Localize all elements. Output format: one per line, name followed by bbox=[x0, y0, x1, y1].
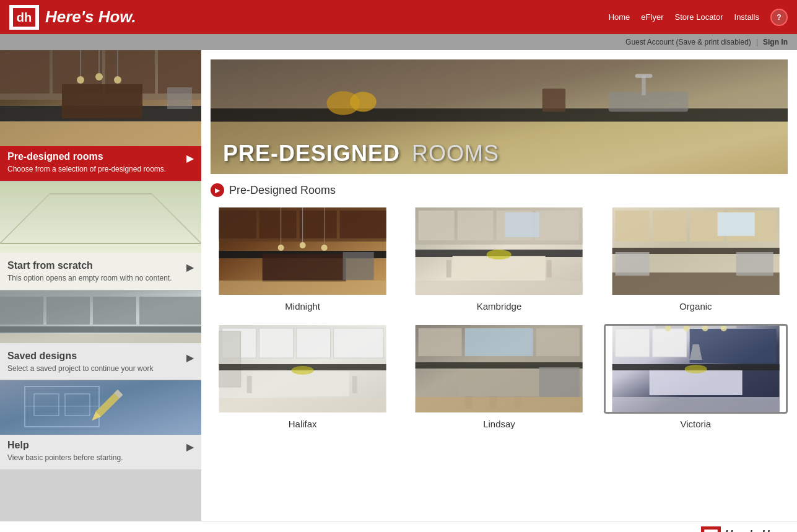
saved-arrow: ▶ bbox=[186, 352, 194, 364]
svg-rect-114 bbox=[652, 329, 686, 357]
svg-point-123 bbox=[684, 365, 707, 373]
svg-rect-98 bbox=[352, 376, 357, 393]
svg-rect-25 bbox=[0, 297, 43, 325]
svg-rect-106 bbox=[459, 368, 539, 396]
logo-box: dh bbox=[9, 5, 39, 30]
guest-account-label: Guest Account (Save & print disabled) bbox=[625, 38, 751, 46]
nav-eflyer[interactable]: eFlyer bbox=[641, 12, 663, 22]
svg-rect-53 bbox=[219, 211, 256, 238]
question-icon: ? bbox=[775, 13, 783, 22]
organic-svg bbox=[605, 207, 786, 296]
svg-rect-73 bbox=[505, 212, 539, 237]
predesigned-desc: Choose from a selection of pre-designed … bbox=[7, 164, 186, 175]
hero-title-thin: ROOMS bbox=[412, 141, 499, 166]
room-card-organic[interactable]: Organic bbox=[604, 206, 788, 312]
svg-rect-115 bbox=[689, 329, 776, 363]
predesigned-title: Pre-designed rooms bbox=[7, 151, 186, 162]
svg-rect-93 bbox=[334, 328, 383, 358]
footer-brand-label: Here's How. bbox=[725, 528, 788, 532]
svg-rect-69 bbox=[419, 211, 455, 240]
halifax-name: Halifax bbox=[289, 419, 317, 429]
help-content: Help View basic pointers before starting… bbox=[7, 440, 186, 463]
sidebar-card-predesigned[interactable]: Pre-designed rooms Choose from a selecti… bbox=[0, 50, 201, 181]
section-arrow-icon: ▶ bbox=[211, 183, 224, 197]
lindsay-image bbox=[407, 324, 591, 414]
svg-rect-65 bbox=[343, 252, 374, 280]
svg-rect-76 bbox=[547, 260, 552, 277]
svg-rect-19 bbox=[0, 181, 201, 253]
svg-rect-91 bbox=[259, 328, 294, 358]
svg-rect-86 bbox=[612, 273, 779, 296]
nav-home[interactable]: Home bbox=[609, 12, 630, 22]
svg-rect-9 bbox=[158, 50, 201, 94]
sign-in-button[interactable]: Sign In bbox=[763, 38, 788, 46]
victoria-svg bbox=[606, 326, 786, 414]
sidebar-card-scratch[interactable]: Start from scratch This option opens an … bbox=[0, 181, 201, 290]
room-card-lindsay[interactable]: Lindsay bbox=[407, 324, 591, 429]
svg-point-14 bbox=[77, 76, 84, 84]
scratch-arrow: ▶ bbox=[186, 261, 194, 273]
footer-logo: dh Here's How. bbox=[701, 526, 788, 532]
svg-rect-88 bbox=[736, 252, 773, 276]
svg-rect-94 bbox=[219, 331, 241, 387]
hero-title-bold: PRE-DESIGNED bbox=[223, 141, 400, 166]
room-card-halifax[interactable]: Halifax bbox=[211, 324, 394, 429]
svg-rect-55 bbox=[300, 211, 337, 238]
header-icon: ? bbox=[770, 9, 788, 26]
svg-point-78 bbox=[487, 250, 512, 259]
pipe-divider: | bbox=[756, 38, 758, 46]
hero-banner: PRE-DESIGNED ROOMS bbox=[211, 59, 788, 174]
footer-brand-text: Here's How. bbox=[725, 528, 788, 532]
nav-store-locator[interactable]: Store Locator bbox=[674, 12, 723, 22]
saved-desc: Select a saved project to continue your … bbox=[7, 364, 186, 374]
sidebar-card-help[interactable]: Help View basic pointers before starting… bbox=[0, 380, 201, 469]
svg-rect-102 bbox=[465, 328, 533, 356]
svg-rect-77 bbox=[416, 281, 583, 296]
svg-text:dh: dh bbox=[17, 11, 32, 24]
main-layout: Pre-designed rooms Choose from a selecti… bbox=[0, 50, 797, 521]
scratch-image bbox=[0, 181, 201, 255]
svg-rect-41 bbox=[211, 108, 788, 121]
svg-rect-58 bbox=[219, 281, 386, 296]
svg-rect-57 bbox=[263, 254, 346, 282]
logo-icon: dh bbox=[13, 8, 35, 27]
midnight-svg bbox=[212, 207, 393, 296]
svg-rect-43 bbox=[609, 92, 689, 111]
svg-point-99 bbox=[292, 366, 314, 375]
sidebar-card-saved[interactable]: Saved designs Select a saved project to … bbox=[0, 290, 201, 380]
svg-point-62 bbox=[300, 242, 306, 248]
svg-rect-28 bbox=[139, 297, 183, 325]
room-card-midnight[interactable]: Midnight bbox=[211, 206, 394, 312]
svg-rect-12 bbox=[167, 87, 192, 109]
main-content: PRE-DESIGNED ROOMS ▶ Pre-Designed Rooms bbox=[201, 50, 797, 521]
room-grid: Midnight bbox=[211, 206, 788, 429]
svg-point-47 bbox=[350, 92, 377, 111]
scratch-svg bbox=[0, 181, 201, 253]
sidebar: Pre-designed rooms Choose from a selecti… bbox=[0, 50, 201, 521]
nav-installs[interactable]: Installs bbox=[734, 12, 759, 22]
svg-rect-6 bbox=[0, 50, 50, 94]
room-card-victoria[interactable]: Victoria bbox=[604, 324, 788, 429]
svg-rect-104 bbox=[536, 328, 580, 356]
help-title: Help bbox=[7, 440, 186, 451]
saved-svg bbox=[0, 290, 201, 343]
svg-rect-29 bbox=[183, 297, 201, 325]
saved-image bbox=[0, 290, 201, 346]
svg-point-18 bbox=[114, 76, 121, 84]
svg-rect-54 bbox=[259, 211, 297, 238]
svg-rect-117 bbox=[649, 370, 742, 395]
svg-rect-45 bbox=[635, 74, 653, 77]
svg-rect-84 bbox=[717, 212, 754, 236]
svg-rect-26 bbox=[46, 297, 90, 325]
svg-rect-75 bbox=[446, 260, 451, 277]
svg-rect-80 bbox=[615, 211, 649, 242]
help-card-text: Help View basic pointers before starting… bbox=[0, 435, 201, 469]
svg-rect-100 bbox=[219, 398, 386, 414]
sub-header: Guest Account (Save & print disabled) | … bbox=[0, 34, 797, 50]
footer-logo-icon: dh bbox=[704, 530, 718, 533]
kitchen-svg-1 bbox=[0, 50, 201, 146]
room-card-kambridge[interactable]: Kambridge bbox=[407, 206, 591, 312]
svg-rect-56 bbox=[340, 211, 386, 238]
svg-rect-11 bbox=[0, 121, 201, 146]
svg-rect-10 bbox=[62, 84, 142, 118]
